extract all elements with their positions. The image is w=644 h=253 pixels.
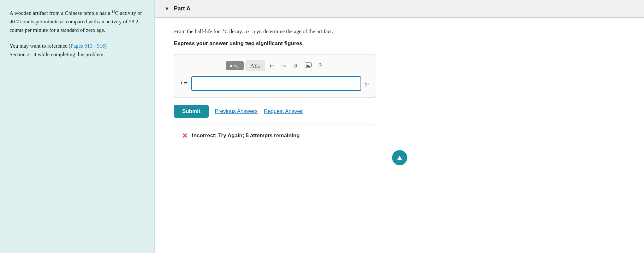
input-row: t = yr xyxy=(181,76,369,91)
input-label: t = xyxy=(181,79,188,88)
reference-text: You may want to reference (Pages 913 - 9… xyxy=(9,42,145,59)
math-input-button[interactable]: ■ √□ xyxy=(226,61,244,70)
math-checkbox-icon: ■ xyxy=(230,63,233,68)
reference-link[interactable]: Pages 913 - 916 xyxy=(70,43,105,49)
c-symbol: C xyxy=(115,10,118,16)
svg-rect-4 xyxy=(310,64,310,64)
submit-row: Submit Previous Answers Request Answer xyxy=(174,105,625,118)
svg-rect-5 xyxy=(306,65,307,66)
problem-text-part1: A wooden artifact from a Chinese temple … xyxy=(9,10,111,16)
submit-button[interactable]: Submit xyxy=(174,105,209,118)
unit-label: yr xyxy=(365,79,369,88)
reset-button[interactable]: ↺ xyxy=(290,61,300,71)
question-text: From the half-life for 14C decay, 5715 y… xyxy=(174,27,625,36)
c14-superscript: 14 xyxy=(111,9,115,13)
answer-input[interactable] xyxy=(191,76,361,91)
feedback-text: Incorrect; Try Again; 5 attempts remaini… xyxy=(192,132,300,140)
collapse-arrow[interactable]: ▼ xyxy=(164,5,170,13)
question-c: C xyxy=(224,28,228,34)
reference-prefix: You may want to reference ( xyxy=(9,43,70,49)
instructions: Express your answer using two significan… xyxy=(174,39,625,48)
toolbar: ■ √□ ΑΣφ ↩ ↪ ↺ xyxy=(181,61,369,71)
keyboard-button[interactable] xyxy=(302,61,314,70)
left-panel: A wooden artifact from a Chinese temple … xyxy=(0,0,155,253)
svg-rect-1 xyxy=(306,64,307,64)
problem-text: A wooden artifact from a Chinese temple … xyxy=(9,9,145,35)
answer-container: ■ √□ ΑΣφ ↩ ↪ ↺ xyxy=(174,55,376,97)
help-button[interactable]: ? xyxy=(316,61,324,70)
right-panel: ▼ Part A From the half-life for 14C deca… xyxy=(155,0,644,253)
incorrect-icon: ✕ xyxy=(182,131,188,141)
redo-button[interactable]: ↪ xyxy=(279,61,289,71)
question-part1: From the half-life for xyxy=(174,28,221,34)
page-layout: A wooden artifact from a Chinese temple … xyxy=(0,0,644,253)
undo-button[interactable]: ↩ xyxy=(267,61,277,71)
svg-rect-3 xyxy=(308,64,309,64)
svg-rect-2 xyxy=(307,64,308,64)
part-header: ▼ Part A xyxy=(155,0,644,18)
question-c14-sup: 14 xyxy=(221,28,224,32)
bottom-hint-area xyxy=(174,150,625,165)
symbol-button[interactable]: ΑΣφ xyxy=(246,61,265,71)
svg-rect-8 xyxy=(310,65,310,66)
reference-close-paren: ) xyxy=(105,43,107,49)
request-answer-link[interactable]: Request Answer xyxy=(264,107,303,115)
hint-button[interactable] xyxy=(392,150,407,165)
question-part2: decay, 5715 yr, determine the age of the… xyxy=(228,28,333,34)
svg-rect-7 xyxy=(308,65,309,66)
svg-rect-6 xyxy=(307,65,308,66)
previous-answers-link[interactable]: Previous Answers xyxy=(215,107,258,115)
part-content: From the half-life for 14C decay, 5715 y… xyxy=(155,18,644,178)
math-sqrt-icon: √□ xyxy=(234,63,239,68)
hint-icon xyxy=(396,154,403,161)
svg-rect-9 xyxy=(307,66,310,67)
reference-section: Section 21.4 while completing this probl… xyxy=(9,51,105,57)
keyboard-icon xyxy=(305,62,312,68)
part-title: Part A xyxy=(174,4,190,13)
feedback-box: ✕ Incorrect; Try Again; 5 attempts remai… xyxy=(174,125,376,147)
